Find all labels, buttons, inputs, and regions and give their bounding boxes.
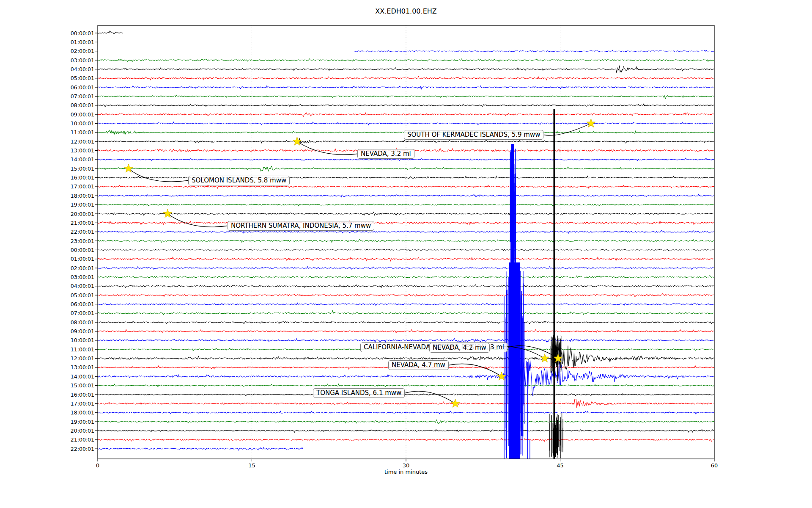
trace-row-32 — [98, 321, 714, 324]
y-tick-label: 08:00:01 — [58, 319, 94, 326]
y-tick-label: 07:00:01 — [58, 93, 94, 99]
trace-row-22 — [98, 230, 714, 233]
y-tick-label: 04:00:01 — [58, 66, 94, 72]
y-tick-label: 23:00:01 — [58, 238, 94, 244]
trace-row-31 — [98, 311, 714, 315]
y-tick-label: 13:00:01 — [58, 147, 94, 154]
trace-row-15 — [98, 166, 714, 171]
x-axis-label: time in minutes — [0, 469, 812, 475]
x-tick-label: 45 — [548, 462, 573, 469]
trace-row-27 — [98, 276, 714, 278]
y-tick-label: 21:00:01 — [58, 220, 94, 226]
axes — [95, 25, 714, 461]
y-tick-label: 02:00:01 — [58, 48, 94, 54]
y-tick-label: 20:00:01 — [58, 428, 94, 434]
trace-row-28 — [98, 284, 714, 288]
trace-row-8 — [98, 104, 714, 107]
y-tick-label: 16:00:01 — [58, 174, 94, 181]
trace-row-10 — [98, 122, 714, 125]
event-label: SOUTH OF KERMADEC ISLANDS, 5.9 mww — [404, 130, 543, 140]
trace-row-2 — [355, 50, 714, 52]
event-label: NORTHERN SUMATRA, INDONESIA, 5.7 mww — [228, 221, 374, 231]
y-tick-label: 11:00:01 — [58, 346, 94, 353]
trace-row-39 — [98, 384, 714, 387]
event-leader-line — [167, 214, 227, 227]
trace-row-9 — [98, 113, 714, 116]
traces — [98, 31, 714, 450]
trace-row-33 — [98, 329, 714, 333]
y-tick-label: 18:00:01 — [58, 193, 94, 199]
y-tick-label: 05:00:01 — [58, 292, 94, 298]
y-tick-label: 06:00:01 — [58, 84, 94, 91]
y-tick-label: 16:00:01 — [58, 392, 94, 398]
clipped-event-black — [549, 109, 563, 459]
y-tick-label: 01:00:01 — [58, 39, 94, 45]
y-tick-label: 22:00:01 — [58, 229, 94, 235]
event-star — [451, 399, 460, 407]
trace-row-4 — [98, 66, 714, 73]
event-star — [293, 137, 302, 145]
event-label: TONGA ISLANDS, 6.1 mww — [313, 388, 405, 398]
y-tick-label: 03:00:01 — [58, 57, 94, 64]
x-tick-label: 0 — [85, 462, 110, 469]
trace-row-43 — [98, 420, 714, 424]
clipped-event-columns — [504, 109, 563, 459]
y-tick-label: 00:00:01 — [58, 247, 94, 253]
y-tick-label: 21:00:01 — [58, 436, 94, 443]
x-tick-label: 15 — [239, 462, 265, 469]
event-star — [163, 209, 172, 218]
y-tick-label: 04:00:01 — [58, 283, 94, 289]
clipped-event-blue — [504, 144, 530, 459]
y-tick-label: 22:00:01 — [58, 446, 94, 452]
event-star — [587, 119, 595, 127]
y-tick-label: 14:00:01 — [58, 156, 94, 163]
y-tick-label: 12:00:01 — [58, 138, 94, 145]
y-tick-label: 17:00:01 — [58, 400, 94, 407]
y-tick-label: 19:00:01 — [58, 202, 94, 208]
y-tick-label: 20:00:01 — [58, 211, 94, 217]
event-leader-line — [405, 391, 455, 403]
event-stars — [124, 119, 595, 408]
y-tick-label: 05:00:01 — [58, 75, 94, 81]
trace-row-46 — [98, 447, 303, 450]
y-tick-label: 09:00:01 — [58, 328, 94, 334]
trace-row-20 — [98, 212, 714, 215]
event-star — [497, 372, 506, 380]
y-tick-label: 18:00:01 — [58, 409, 94, 416]
y-tick-label: 07:00:01 — [58, 310, 94, 316]
y-tick-label: 08:00:01 — [58, 102, 94, 108]
trace-row-6 — [98, 86, 714, 90]
trace-row-0 — [98, 31, 123, 34]
x-tick-label: 60 — [702, 462, 727, 469]
y-tick-label: 02:00:01 — [58, 265, 94, 271]
y-tick-label: 13:00:01 — [58, 364, 94, 370]
y-tick-label: 03:00:01 — [58, 274, 94, 280]
event-label: SOLOMON ISLANDS, 5.8 mww — [188, 176, 290, 185]
trace-row-23 — [98, 239, 714, 243]
y-tick-label: 15:00:01 — [58, 382, 94, 389]
y-tick-label: 10:00:01 — [58, 120, 94, 127]
y-tick-label: 00:00:01 — [58, 30, 94, 36]
helicorder-plot — [0, 0, 812, 508]
y-tick-label: 11:00:01 — [58, 129, 94, 135]
y-tick-label: 14:00:01 — [58, 373, 94, 380]
seismogram-figure: XX.EDH01.00.EHZ 00:00:0101:00:0102:00:01… — [0, 0, 812, 508]
y-tick-label: 09:00:01 — [58, 111, 94, 118]
event-label: NEVADA, 4.2 mw — [429, 343, 490, 353]
trace-row-40 — [98, 393, 714, 396]
trace-row-5 — [98, 76, 714, 80]
y-tick-label: 10:00:01 — [58, 337, 94, 343]
event-label: NEVADA, 3.2 ml — [357, 149, 414, 159]
y-tick-label: 15:00:01 — [58, 166, 94, 172]
event-leader-line — [544, 124, 591, 135]
y-tick-label: 19:00:01 — [58, 419, 94, 425]
event-leader-line — [129, 168, 188, 182]
trace-row-26 — [98, 266, 714, 269]
y-tick-label: 06:00:01 — [58, 301, 94, 307]
event-star — [540, 354, 549, 362]
event-leader-line — [449, 364, 502, 376]
event-label: NEVADA, 4.7 mw — [388, 360, 449, 370]
y-tick-label: 12:00:01 — [58, 355, 94, 362]
x-tick-label: 30 — [393, 462, 419, 469]
y-tick-label: 17:00:01 — [58, 183, 94, 190]
